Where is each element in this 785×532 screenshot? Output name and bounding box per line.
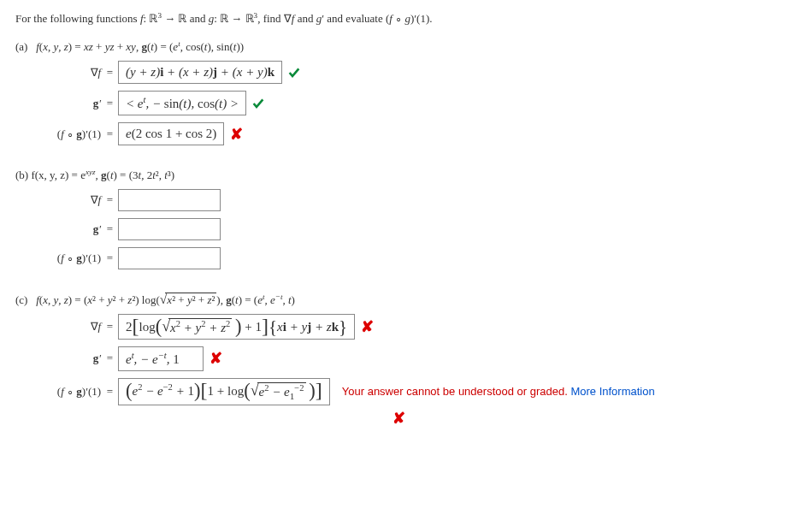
gradf-label: ∇f = [15, 66, 118, 80]
part-a-gprime-input[interactable]: < et, − sin(t), cos(t) > [118, 91, 246, 115]
check-icon [287, 65, 301, 80]
gprime-label: g′ = [15, 97, 118, 110]
instructions-text: For the following functions f: ℝ3 → ℝ an… [15, 12, 432, 25]
comp-label: (f ∘ g)′(1) = [15, 127, 118, 141]
part-c-gprime-input[interactable]: et, − e−t, 1 [118, 346, 204, 371]
part-b-def-prefix: (b) f(x, y, z) = e [15, 168, 86, 181]
part-c-comp-input[interactable]: (e2 − e−2 + 1)[1 + log(√e2 − e1−2 )] [118, 378, 330, 405]
check-icon [251, 96, 265, 111]
part-b-gradf-row: ∇f = [15, 189, 770, 211]
part-a-gprime-row: g′ = < et, − sin(t), cos(t) > [15, 91, 770, 115]
gradf-label: ∇f = [15, 193, 118, 207]
comp-label: (f ∘ g)′(1) = [15, 385, 118, 399]
part-a-definition: (a) f(x, y, z) = xz + yz + xy, g(t) = (e… [15, 39, 770, 54]
part-c-gprime-row: g′ = et, − e−t, 1 ✘ [15, 346, 770, 371]
part-c-gradf-input[interactable]: 2[log(√x2 + y2 + z2 ) + 1]{xi + yj + zk} [118, 314, 355, 340]
part-c: (c) f(x, y, z) = (x² + y² + z²) log(√x² … [15, 292, 770, 427]
part-b-definition: (b) f(x, y, z) = exyz, g(t) = (3t, 2t², … [15, 168, 770, 182]
part-c-comp-row: (f ∘ g)′(1) = (e2 − e−2 + 1)[1 + log(√e2… [15, 378, 770, 405]
part-a: (a) f(x, y, z) = xz + yz + xy, g(t) = (e… [15, 39, 770, 145]
gradf-label: ∇f = [15, 320, 118, 334]
cross-icon: ✘ [360, 317, 374, 336]
gprime-label: g′ = [15, 222, 118, 236]
part-a-gradf-input[interactable]: (y + z)i + (x + z)j + (x + y)k [118, 61, 282, 84]
part-c-gradf-row: ∇f = 2[log(√x2 + y2 + z2 ) + 1]{xi + yj … [15, 314, 770, 340]
part-b-comp-input[interactable] [118, 247, 221, 269]
part-a-gradf-row: ∇f = (y + z)i + (x + z)j + (x + y)k [15, 61, 770, 84]
part-b: (b) f(x, y, z) = exyz, g(t) = (3t, 2t², … [15, 168, 770, 269]
part-b-gradf-input[interactable] [118, 189, 221, 211]
instructions: For the following functions f: ℝ3 → ℝ an… [15, 10, 770, 27]
cross-icon: ✘ [229, 125, 243, 144]
cross-icon: ✘ [209, 349, 222, 368]
part-b-comp-row: (f ∘ g)′(1) = [15, 247, 770, 269]
gprime-label: g′ = [15, 352, 118, 365]
more-information-link[interactable]: More Information [570, 385, 654, 398]
feedback-text: Your answer cannot be understood or grad… [342, 385, 655, 398]
part-a-comp-row: (f ∘ g)′(1) = e(2 cos 1 + cos 2) ✘ [15, 122, 770, 145]
cross-icon: ✘ [392, 409, 405, 428]
part-b-gprime-input[interactable] [118, 218, 221, 240]
part-c-definition: (c) f(x, y, z) = (x² + y² + z²) log(√x² … [15, 292, 770, 306]
part-b-def-exp: xyz [86, 168, 96, 176]
part-b-gprime-row: g′ = [15, 218, 770, 240]
part-a-comp-input[interactable]: e(2 cos 1 + cos 2) [118, 122, 224, 145]
part-b-def-suffix: , g(t) = (3t, 2t², t³) [96, 168, 174, 181]
comp-label: (f ∘ g)′(1) = [15, 251, 118, 265]
